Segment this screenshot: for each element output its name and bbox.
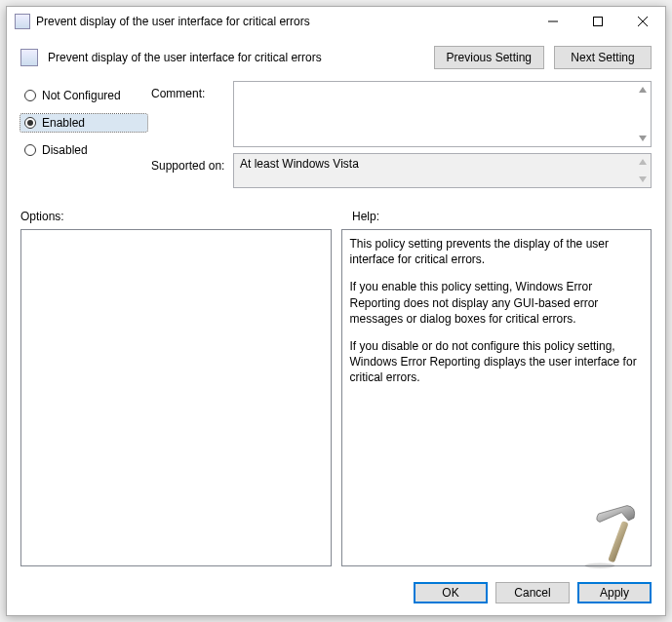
apply-button[interactable]: Apply	[577, 582, 652, 603]
next-setting-button[interactable]: Next Setting	[554, 46, 652, 69]
radio-label: Disabled	[42, 143, 88, 157]
maximize-button[interactable]	[575, 7, 620, 36]
scroll-down-icon[interactable]	[637, 133, 649, 144]
help-label: Help:	[352, 210, 379, 223]
policy-icon	[20, 49, 38, 66]
supported-on-text: At least Windows Vista	[240, 157, 359, 171]
scroll-down-icon	[637, 174, 649, 185]
app-icon	[15, 14, 30, 29]
dialog-window: Prevent display of the user interface fo…	[6, 6, 666, 616]
minimize-button[interactable]	[531, 7, 575, 36]
minimize-icon	[548, 17, 558, 26]
help-paragraph: If you disable or do not configure this …	[350, 338, 644, 386]
ok-button[interactable]: OK	[414, 582, 488, 603]
maximize-icon	[593, 17, 603, 26]
mid-grid: Not Configured Enabled Disabled Comment:	[7, 75, 665, 192]
cancel-button[interactable]: Cancel	[495, 582, 570, 603]
svg-rect-1	[594, 18, 603, 26]
scroll-up-icon[interactable]	[637, 84, 649, 96]
supported-on-box: At least Windows Vista	[233, 153, 652, 188]
close-button[interactable]	[620, 7, 665, 36]
help-paragraph: If you enable this policy setting, Windo…	[350, 279, 644, 327]
scroll-up-icon	[637, 156, 649, 168]
radio-icon	[24, 90, 36, 101]
radio-icon	[24, 117, 36, 129]
radio-icon	[24, 144, 36, 156]
radio-enabled[interactable]: Enabled	[20, 114, 147, 132]
header-row: Prevent display of the user interface fo…	[7, 36, 665, 75]
help-paragraph: This policy setting prevents the display…	[350, 236, 644, 267]
window-buttons	[531, 7, 665, 36]
policy-title: Prevent display of the user interface fo…	[48, 51, 424, 64]
content-area: Prevent display of the user interface fo…	[7, 36, 665, 615]
window-title: Prevent display of the user interface fo…	[36, 15, 531, 28]
radio-label: Not Configured	[42, 89, 121, 102]
close-icon	[638, 17, 648, 26]
supported-label: Supported on:	[151, 153, 229, 173]
section-labels: Options: Help:	[7, 192, 665, 227]
help-panel: This policy setting prevents the display…	[341, 229, 652, 566]
options-label: Options:	[20, 210, 352, 223]
lower-panels: This policy setting prevents the display…	[7, 227, 665, 574]
radio-not-configured[interactable]: Not Configured	[20, 87, 147, 104]
options-panel	[20, 229, 332, 566]
comment-label: Comment:	[151, 81, 229, 100]
footer-buttons: OK Cancel Apply	[7, 574, 665, 615]
titlebar: Prevent display of the user interface fo…	[7, 7, 665, 36]
previous-setting-button[interactable]: Previous Setting	[434, 46, 544, 69]
radio-label: Enabled	[42, 116, 85, 130]
comment-textarea[interactable]	[233, 81, 652, 147]
radio-disabled[interactable]: Disabled	[20, 141, 147, 159]
radio-group: Not Configured Enabled Disabled	[20, 81, 147, 159]
